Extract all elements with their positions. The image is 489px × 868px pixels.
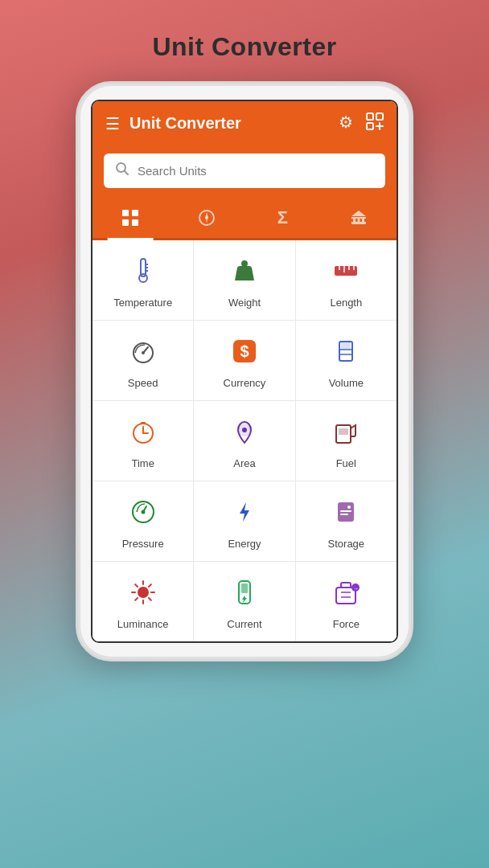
category-volume[interactable]: Volume [296,321,397,400]
category-energy[interactable]: Energy [194,481,294,561]
svg-marker-63 [242,596,247,603]
search-bar-wrapper [92,145,397,198]
category-speed[interactable]: Speed [92,321,193,400]
svg-line-57 [135,584,138,587]
svg-point-49 [347,506,351,509]
menu-icon[interactable]: ☰ [105,114,120,133]
storage-label: Storage [328,538,365,550]
fuel-label: Fuel [336,457,356,469]
tab-all[interactable] [92,198,169,238]
tab-bar: Σ [92,198,397,240]
svg-rect-8 [132,219,138,226]
svg-rect-13 [351,222,366,224]
speed-label: Speed [128,377,158,389]
svg-rect-36 [341,342,351,350]
force-label: Force [333,618,360,630]
phone-screen: ☰ Unit Converter ⚙ [91,100,398,643]
luminance-icon [127,576,159,612]
svg-point-42 [242,428,247,432]
settings-icon[interactable]: ⚙ [339,113,353,134]
tab-compass[interactable] [169,198,245,238]
svg-rect-62 [241,583,248,593]
svg-rect-50 [340,510,351,512]
svg-rect-0 [367,113,373,120]
category-length[interactable]: Length [296,240,397,320]
currency-label: Currency [224,377,266,389]
header-icons: ⚙ [339,113,384,134]
current-icon [228,576,261,612]
category-storage[interactable]: Storage [296,481,397,561]
weight-icon [228,255,261,290]
page-title: Unit Converter [152,32,336,62]
category-luminance[interactable]: Luminance [92,562,193,641]
temperature-icon [127,255,159,290]
fuel-icon [330,416,362,451]
category-pressure[interactable]: Pressure [92,481,193,561]
tab-bank[interactable] [321,198,397,238]
time-icon [127,416,159,451]
area-label: Area [233,457,255,469]
category-area[interactable]: Area [194,401,294,481]
svg-line-58 [149,598,151,600]
svg-point-19 [139,274,147,282]
phone-frame: ☰ Unit Converter ⚙ [76,81,413,661]
svg-rect-40 [141,422,146,424]
svg-rect-16 [357,219,360,222]
speed-icon [127,335,159,371]
app-header: ☰ Unit Converter ⚙ [92,101,397,145]
time-label: Time [131,457,154,469]
force-icon: → [330,576,362,612]
svg-point-30 [142,351,145,354]
svg-rect-12 [351,217,366,219]
svg-text:$: $ [240,342,249,360]
svg-line-60 [135,598,138,600]
energy-label: Energy [228,538,261,550]
header-title: Unit Converter [129,114,329,133]
search-icon [115,162,129,180]
category-time[interactable]: Time [92,401,193,481]
length-label: Length [330,297,362,309]
svg-marker-47 [240,502,249,522]
category-temperature[interactable]: Temperature [92,240,193,320]
category-currency[interactable]: $ Currency [194,321,294,400]
svg-point-23 [241,260,248,267]
pressure-label: Pressure [122,538,164,550]
svg-rect-17 [362,219,364,222]
svg-rect-15 [353,219,355,222]
category-weight[interactable]: Weight [194,240,294,320]
svg-line-4 [125,171,129,175]
current-label: Current [227,618,261,630]
energy-icon [228,496,261,531]
storage-icon [330,496,362,531]
category-current[interactable]: Current [194,562,294,641]
svg-rect-51 [340,514,348,515]
luminance-label: Luminance [117,618,169,630]
svg-rect-1 [376,113,383,120]
svg-rect-5 [122,210,129,216]
svg-text:→: → [352,585,359,592]
svg-marker-14 [351,211,366,216]
volume-icon [330,335,362,371]
grid-view-icon[interactable] [366,113,384,134]
volume-label: Volume [329,377,364,389]
length-icon [330,255,362,290]
svg-point-46 [141,510,145,514]
category-fuel[interactable]: Fuel [296,401,397,481]
area-icon [228,416,261,451]
svg-rect-2 [367,123,373,129]
temperature-label: Temperature [113,297,172,309]
svg-point-52 [138,587,149,598]
svg-line-59 [149,584,151,587]
search-bar[interactable] [104,154,385,188]
svg-rect-44 [339,428,348,435]
svg-rect-6 [132,210,138,216]
svg-rect-7 [122,219,129,226]
search-input[interactable] [138,164,374,178]
pressure-icon [127,496,159,531]
currency-icon: $ [228,335,261,371]
tab-sigma[interactable]: Σ [244,198,321,238]
category-force[interactable]: → Force [296,562,397,641]
categories-grid: Temperature Weight [92,240,397,641]
weight-label: Weight [228,297,261,309]
